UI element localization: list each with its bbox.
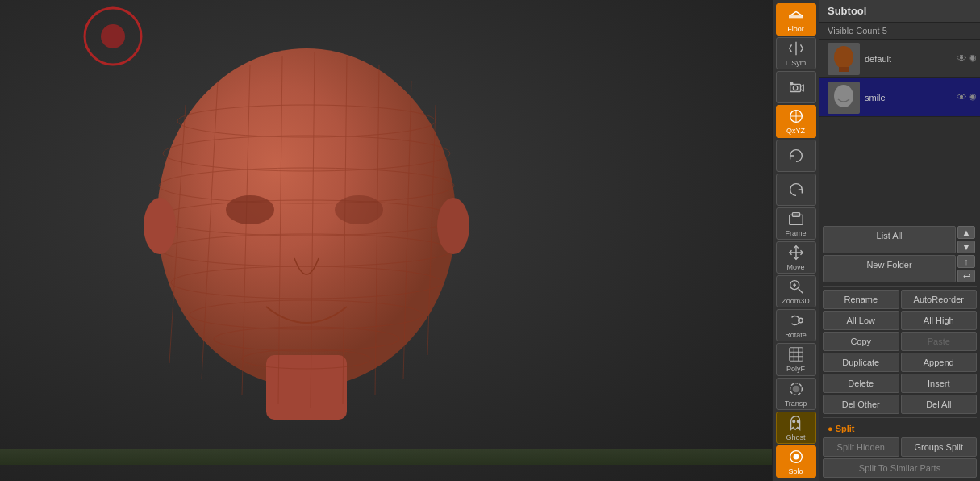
visible-count-label: Visible Count 5: [828, 26, 887, 36]
all-low-button[interactable]: All Low: [823, 311, 899, 330]
subtool-buttons: List All ▲ ▼ New Folder ↑ ↩ Rename AutoR…: [819, 223, 980, 481]
split-label: ● Split: [828, 424, 855, 433]
ground-plane: [0, 449, 772, 465]
subtool-spacer: [819, 117, 980, 223]
subtool-name-default: default: [865, 54, 957, 64]
svg-point-23: [335, 195, 383, 224]
append-button[interactable]: Append: [901, 353, 978, 372]
svg-point-49: [797, 420, 799, 423]
row-insert: Delete Insert: [823, 374, 977, 393]
subtool-icons-default: 👁 ◉: [957, 52, 977, 65]
svg-point-47: [793, 386, 799, 391]
subtool-icons-smile: 👁 ◉: [957, 91, 977, 103]
ghost-button[interactable]: Ghost: [776, 412, 816, 444]
svg-point-51: [794, 454, 799, 459]
duplicate-button[interactable]: Duplicate: [823, 353, 899, 372]
right-toolbar: Floor L.Sym QxYZ: [772, 0, 819, 481]
eye-icon-default[interactable]: 👁: [957, 52, 967, 65]
subtool-thumb-default: [828, 43, 860, 75]
list-all-down-button[interactable]: ▼: [957, 240, 975, 253]
visible-count: Visible Count 5: [819, 23, 980, 40]
row-list-folder: List All ▲ ▼: [823, 226, 977, 253]
svg-line-28: [796, 11, 803, 15]
subtool-name-smile: smile: [865, 93, 957, 102]
groups-split-button[interactable]: Groups Split: [901, 437, 978, 457]
subtool-list: default 👁 ◉ smile 👁 ◉: [819, 40, 980, 117]
svg-point-31: [793, 86, 798, 91]
svg-point-32: [790, 82, 793, 85]
svg-point-54: [834, 85, 853, 107]
frame-button[interactable]: Frame: [776, 207, 816, 240]
split-hidden-button[interactable]: Split Hidden: [823, 437, 899, 457]
move-label: Move: [786, 263, 804, 271]
delete-button[interactable]: Delete: [823, 374, 899, 393]
del-all-button[interactable]: Del All: [901, 395, 978, 414]
subtool-item-default[interactable]: default 👁 ◉: [819, 40, 980, 78]
camera-button[interactable]: [776, 71, 816, 103]
floor-button[interactable]: Floor: [776, 3, 816, 36]
rotate1-button[interactable]: [776, 140, 816, 172]
row-all-low-high: All Low All High: [823, 311, 977, 330]
divider-1: [823, 286, 977, 287]
folder-up-button[interactable]: ↑: [957, 255, 975, 268]
split-section-label: ● Split: [823, 421, 977, 436]
all-high-button[interactable]: All High: [901, 311, 978, 330]
svg-rect-41: [789, 348, 803, 362]
subtool-thumb-smile: [828, 82, 860, 114]
zoom3d-button[interactable]: Zoom3D: [776, 275, 816, 307]
subtool-item-smile[interactable]: smile 👁 ◉: [819, 78, 980, 117]
row-duplicate-append: Duplicate Append: [823, 353, 977, 372]
linefill-button[interactable]: PolyF: [776, 343, 816, 375]
row-rename: Rename AutoReorder: [823, 290, 977, 309]
frame-label: Frame: [785, 229, 806, 237]
new-folder-button[interactable]: New Folder: [823, 255, 956, 282]
lock-icon-smile[interactable]: ◉: [969, 91, 977, 103]
lsym-label: L.Sym: [786, 59, 807, 67]
insert-button[interactable]: Insert: [901, 374, 978, 393]
row-split: Split Hidden Groups Split: [823, 437, 977, 457]
row-split-similar: Split To Similar Parts: [823, 458, 977, 478]
ghost-label: Ghost: [786, 433, 805, 441]
del-other-button[interactable]: Del Other: [823, 395, 899, 414]
svg-point-25: [437, 198, 469, 254]
rotate-button[interactable]: Rotate: [776, 309, 816, 341]
paste-button[interactable]: Paste: [901, 332, 978, 351]
rotate2-button[interactable]: [776, 174, 816, 206]
copy-button[interactable]: Copy: [823, 332, 899, 351]
qxyz-label: QxYZ: [786, 127, 805, 135]
svg-rect-26: [789, 16, 803, 18]
subtool-panel: Subtool Visible Count 5 default 👁 ◉: [819, 0, 980, 481]
list-all-up-button[interactable]: ▲: [957, 226, 975, 239]
svg-rect-53: [839, 67, 849, 72]
eye-icon-smile[interactable]: 👁: [957, 91, 967, 103]
transp-button[interactable]: Transp: [776, 378, 816, 410]
svg-point-52: [834, 46, 853, 69]
svg-point-24: [144, 198, 176, 254]
zoom3d-label: Zoom3D: [782, 297, 810, 305]
lsym-button[interactable]: L.Sym: [776, 37, 816, 69]
solo-button[interactable]: Solo: [776, 445, 816, 478]
subtool-title: Subtool: [828, 5, 866, 17]
folder-down-button[interactable]: ↩: [957, 270, 975, 282]
3d-viewport[interactable]: [0, 0, 772, 481]
row-del: Del Other Del All: [823, 395, 977, 414]
subtool-header: Subtool: [819, 0, 980, 23]
row-copy-paste: Copy Paste: [823, 332, 977, 351]
svg-point-48: [792, 420, 794, 423]
auto-reorder-button[interactable]: AutoReorder: [901, 290, 978, 309]
svg-line-37: [798, 289, 803, 294]
rename-button[interactable]: Rename: [823, 290, 899, 309]
split-similar-button[interactable]: Split To Similar Parts: [823, 458, 977, 478]
svg-point-22: [226, 195, 274, 224]
qxyz-button[interactable]: QxYZ: [776, 105, 816, 137]
divider-2: [823, 417, 977, 418]
list-all-button[interactable]: List All: [823, 226, 956, 253]
polyf-label: PolyF: [786, 365, 805, 373]
head-model: [73, 40, 621, 452]
row-new-folder: New Folder ↑ ↩: [823, 255, 977, 282]
floor-label: Floor: [787, 25, 804, 33]
rotate-label: Rotate: [785, 331, 807, 339]
lock-icon-default[interactable]: ◉: [969, 52, 977, 65]
move-button[interactable]: Move: [776, 241, 816, 274]
solo-label: Solo: [788, 467, 803, 475]
